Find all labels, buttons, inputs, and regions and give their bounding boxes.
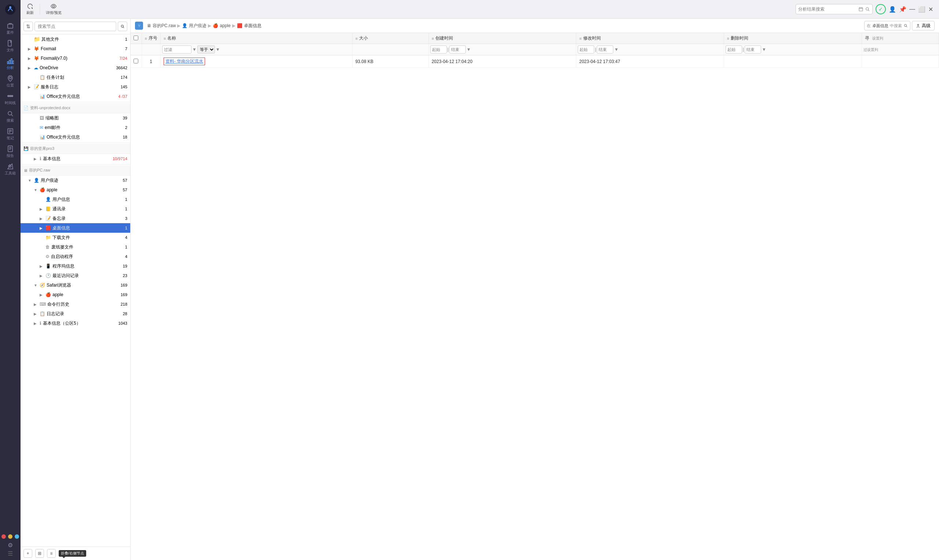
deleted-filter-icon[interactable]: ▼	[762, 47, 766, 52]
th-created: ≡ 创建时间	[429, 33, 576, 44]
search-container	[796, 4, 873, 14]
modified-start-input[interactable]	[578, 45, 594, 54]
tree-item-memo[interactable]: ▶ 📝 备忘录 3	[20, 214, 130, 223]
name-filter-input[interactable]	[162, 45, 191, 54]
person-icon[interactable]: 👤	[889, 6, 896, 13]
sidebar-item-report[interactable]: 报告	[2, 144, 19, 160]
minimize-dot[interactable]	[8, 534, 12, 539]
tree-item-apple[interactable]: ▼ 🍎 apple 57	[20, 185, 130, 195]
operator-select[interactable]: 等于	[197, 45, 215, 54]
tree-item-officemeta[interactable]: 📊 Office文件元信息 4 /37	[20, 92, 130, 101]
refresh-button[interactable]: 刷新	[26, 3, 34, 15]
sidebar-item-analysis[interactable]: 分析	[2, 56, 19, 72]
created-filter-icon[interactable]: ▼	[467, 47, 471, 52]
tree-item-cmdhistory[interactable]: ▶ ⌨ 命令行历史 218	[20, 299, 130, 309]
tree-item-logrecord[interactable]: ▶ 📋 日志记录 28	[20, 309, 130, 318]
tree-divider2	[20, 143, 130, 143]
tree-item-taskplan[interactable]: 📋 任务计划 174	[20, 72, 130, 82]
tree-search-button[interactable]	[118, 22, 127, 31]
svg-point-35	[917, 24, 919, 26]
operator-dropdown-icon[interactable]: ▼	[216, 47, 220, 52]
row-name-cell: 资料- 华南分区流水	[160, 55, 352, 68]
modified-filter-icon[interactable]: ▼	[614, 47, 618, 52]
calendar-icon[interactable]	[858, 6, 863, 12]
tree-item-recentaccess[interactable]: ▶ 🕐 最近访问记录 23	[20, 271, 130, 280]
tree-item-download[interactable]: 📁 下载文件 4	[20, 233, 130, 242]
servicelog-icon: 📝	[34, 84, 39, 89]
settings-icon[interactable]: ⚙	[8, 542, 13, 549]
sidebar-item-timeline[interactable]: 时间线	[2, 91, 19, 107]
modified-end-input[interactable]	[597, 45, 613, 54]
row-checkbox-cell	[131, 55, 142, 68]
sidebar-item-search[interactable]: 搜索	[2, 108, 19, 125]
user-icon2	[916, 23, 920, 28]
tree-item-officemeta2[interactable]: 📊 Office文件元信息 18	[20, 132, 130, 142]
tree-item-emlmail[interactable]: ✉ eml邮件 2	[20, 123, 130, 132]
deleted-start-input[interactable]	[726, 45, 742, 54]
expand-all-button[interactable]: ⊞	[35, 549, 44, 558]
tree-item-basicinfo[interactable]: ▶ ℹ 基本信息 10/9714	[20, 154, 130, 163]
tree-item-recycle[interactable]: 🗑 废纸篓文件 1	[20, 242, 130, 252]
restore-icon[interactable]: ⬜	[918, 6, 925, 13]
select-all-checkbox[interactable]	[134, 35, 138, 40]
minimize-icon[interactable]: —	[909, 6, 915, 12]
filter-row: ▼ 等于 ▼ |	[131, 44, 939, 55]
created-end-input[interactable]	[449, 45, 466, 54]
window-controls	[2, 533, 19, 540]
tree-item-startup[interactable]: ⚙ 自启动程序 4	[20, 252, 130, 261]
filter-icon[interactable]: ▼	[192, 47, 197, 52]
row-checkbox[interactable]	[134, 58, 138, 63]
tree-item-thumbnail[interactable]: 🖼 缩略图 39	[20, 113, 130, 123]
tree-item-usertrail[interactable]: ▼ 👤 用户痕迹 57	[20, 175, 130, 185]
tree-item-foxmail[interactable]: ▶ 🦊 Foxmail 7	[20, 44, 130, 54]
deleted-end-input[interactable]	[745, 45, 761, 54]
row-search-cell	[862, 55, 939, 68]
cmdhistory-icon: ⌨	[40, 302, 46, 307]
tree-item-foxmail70[interactable]: ▶ 🦊 Foxmail(v7.0) 7/24	[20, 54, 130, 63]
advanced-search-button[interactable]: 高级	[912, 21, 934, 31]
tree-item-basicinfo2[interactable]: ▶ ℹ 基本信息（公区5） 1043	[20, 318, 130, 328]
breadcrumb-apple[interactable]: 🍎 apple	[213, 23, 230, 28]
detail-preview-button[interactable]: 详情/预览	[46, 3, 62, 15]
sidebar-item-file[interactable]: 文件	[2, 38, 19, 54]
tree-item-safari[interactable]: ▼ 🧭 Safari浏览器 169	[20, 280, 130, 290]
section-pcraw: 🖥 容的PC.raw	[20, 165, 130, 175]
tree-item-programs[interactable]: ▶ 📱 程序坞信息 19	[20, 261, 130, 271]
sort-button[interactable]: ⇅	[23, 22, 33, 31]
svg-rect-2	[8, 24, 13, 28]
created-start-input[interactable]	[430, 45, 447, 54]
breadcrumb-pcraw[interactable]: 🖥 容的PC.raw	[147, 23, 176, 29]
menu-icon[interactable]: ☰	[8, 550, 13, 557]
tree-item-onedrive[interactable]: ▶ ☁ OneDrive 36642	[20, 63, 130, 72]
breadcrumb-usertrail[interactable]: 👤 用户痕迹	[182, 23, 207, 29]
sidebar-item-case[interactable]: 案件	[2, 20, 19, 37]
tree-item-desktop[interactable]: ▶ 🟥 桌面信息 1	[20, 223, 130, 233]
contacts-icon: 📒	[45, 206, 51, 211]
pin-icon[interactable]: 📌	[899, 6, 907, 13]
collapse-all-button[interactable]: ≡	[47, 549, 56, 558]
th-search: 寻 设置列	[862, 33, 939, 44]
analysis-search-input[interactable]	[798, 6, 857, 12]
sidebar-item-tools[interactable]: 工具箱	[2, 161, 19, 177]
onedrive-icon: ☁	[34, 65, 38, 70]
pcraw-icon: 🖥	[23, 168, 28, 172]
file-link[interactable]: 资料- 华南分区流水	[163, 57, 205, 65]
tree-item-safari-apple[interactable]: ▶ 🍎 apple 169	[20, 290, 130, 299]
tree-item-other-files[interactable]: 📁 其他文件 1	[20, 34, 130, 44]
close-dot[interactable]	[2, 534, 6, 539]
add-node-button[interactable]: +	[23, 549, 32, 558]
tree-item-contacts[interactable]: ▶ 📒 通讯录 1	[20, 204, 130, 214]
tree-search-input[interactable]	[34, 22, 116, 31]
sidebar-item-location[interactable]: 位置	[2, 73, 19, 89]
expand-dot[interactable]	[15, 534, 19, 539]
right-search-icon[interactable]	[904, 23, 908, 28]
breadcrumb-desktop[interactable]: 🟥 卓面信息	[237, 23, 262, 29]
tree-item-userinfo[interactable]: 👤 用户信息 1	[20, 195, 130, 204]
sidebar-item-notes[interactable]: 笔记	[2, 126, 19, 142]
tree-item-servicelog[interactable]: ▶ 📝 服务日志 145	[20, 82, 130, 92]
svg-rect-19	[8, 146, 12, 152]
close-icon[interactable]: ✕	[928, 6, 933, 13]
search-icon[interactable]	[865, 6, 870, 12]
check-status-button[interactable]: ✓	[876, 4, 886, 14]
svg-point-24	[53, 5, 55, 7]
